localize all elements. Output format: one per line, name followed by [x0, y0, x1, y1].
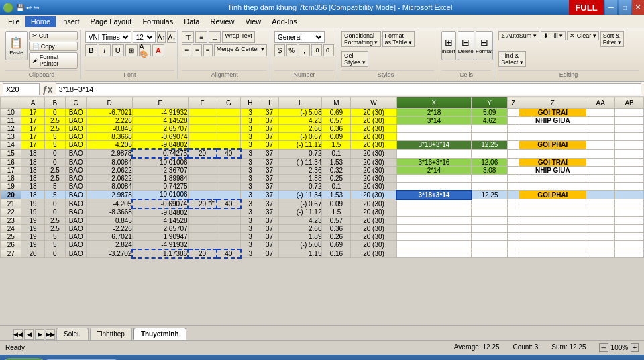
title-bar-text: Tinh thep dam khung 7tcm356 [Compatibili…	[39, 3, 641, 11]
sheet-tab-soleu[interactable]: Soleu	[56, 328, 89, 340]
fill-color-button[interactable]: A🎨	[139, 44, 151, 56]
col-header-I[interactable]: I	[260, 97, 279, 109]
col-header-M[interactable]: M	[322, 97, 351, 109]
delete-cells-button[interactable]: ⊟Delete	[458, 31, 474, 60]
col-header-B[interactable]: B	[44, 97, 65, 109]
decrease-font-button[interactable]: A↓	[167, 31, 176, 43]
status-ready: Ready	[5, 344, 25, 351]
fill-button[interactable]: ⬇ Fill ▾	[541, 31, 566, 40]
find-select-button[interactable]: Find &Select ▾	[498, 51, 526, 67]
menu-insert[interactable]: Insert	[56, 16, 85, 27]
quick-access[interactable]: 💾 ↩ ↪	[16, 4, 39, 11]
sheet-nav-right[interactable]: ▶▶	[46, 329, 55, 340]
autosum-button[interactable]: Σ AutoSum ▾	[498, 31, 539, 40]
conditional-formatting-button[interactable]: ConditionalFormatting ▾	[341, 31, 381, 47]
font-color-button[interactable]: A	[152, 44, 164, 56]
sheet-tab-thuyetminh[interactable]: Thuyetminh	[133, 328, 186, 340]
font-name-select[interactable]: VNI-Times	[85, 31, 131, 43]
spreadsheet-area: A B C D E F G H I L M W X Y Z Z AA	[0, 97, 644, 325]
app-icon: 🟢	[3, 3, 13, 13]
cell-reference-box[interactable]	[3, 83, 40, 95]
col-header-L[interactable]: L	[279, 97, 322, 109]
copy-button[interactable]: 📄Copy	[29, 42, 78, 51]
title-bar-left: 🟢 💾 ↩ ↪	[3, 3, 39, 13]
cut-button[interactable]: ✂Cut	[29, 31, 78, 40]
menu-pagelayout[interactable]: Page Layout	[85, 16, 138, 27]
align-bottom-button[interactable]: ⊥	[209, 31, 221, 43]
cell-styles-button[interactable]: CellStyles ▾	[341, 51, 368, 67]
status-count: Count: 3	[513, 343, 539, 352]
col-header-rownum	[1, 97, 21, 109]
table-row: 20 18 5 BAO 2.9878 -10.01006 3 37 (-) 11…	[1, 191, 644, 199]
decrease-decimal-button[interactable]: 0.	[323, 44, 334, 56]
col-header-D[interactable]: D	[87, 97, 133, 109]
taskbar: ⊞ Start 📊 Tinh thep dam... 🌐 🔊 Desktop 4…	[0, 355, 644, 360]
align-middle-button[interactable]: ≡	[195, 31, 207, 43]
border-button[interactable]: ⊞	[125, 44, 138, 56]
formula-bar-separator: ƒx	[42, 84, 53, 95]
italic-button[interactable]: I	[99, 44, 111, 56]
menu-formulas[interactable]: Formulas	[137, 16, 178, 27]
menu-addins[interactable]: Add-Ins	[266, 16, 303, 27]
col-header-H[interactable]: H	[241, 97, 260, 109]
sheet-nav-next[interactable]: ▶	[35, 329, 44, 340]
col-header-Y[interactable]: Y	[472, 97, 508, 109]
ribbon-group-editing: Σ AutoSum ▾ ⬇ Fill ▾ ✕ Clear ▾ Sort &Fil…	[496, 30, 641, 79]
table-row: 18 18 2.5 BAO -2.0622 1.89984 3 37 1.88 …	[1, 175, 644, 183]
format-cells-button[interactable]: ⊟Format	[476, 31, 493, 60]
col-header-A[interactable]: A	[21, 97, 44, 109]
menu-data[interactable]: Data	[178, 16, 205, 27]
menu-review[interactable]: Review	[205, 16, 239, 27]
editing-label: Editing	[498, 70, 639, 78]
align-right-button[interactable]: ≡	[203, 44, 213, 56]
clear-button[interactable]: ✕ Clear ▾	[567, 31, 599, 40]
table-row: 11 17 2.5 BAO 2.226 4.14528 3 37 4.23 0.…	[1, 117, 644, 125]
comma-button[interactable]: ,	[299, 44, 309, 56]
wrap-text-button[interactable]: Wrap Text	[222, 31, 254, 43]
start-button[interactable]: ⊞ Start	[3, 358, 45, 361]
menu-file[interactable]: File	[3, 16, 25, 27]
table-row: 14 17 5 BAO 4.205 -9.84802 3 37 (-) 11.1…	[1, 141, 644, 150]
table-row: 24 19 2.5 BAO -2.226 2.65707 3 37 2.66 0…	[1, 224, 644, 232]
col-header-X[interactable]: X	[396, 97, 471, 109]
col-header-AB[interactable]: AB	[615, 97, 644, 109]
align-top-button[interactable]: ⊤	[182, 31, 194, 43]
merge-center-button[interactable]: Merge & Center ▾	[214, 44, 267, 56]
close-button[interactable]: ✕	[632, 0, 644, 15]
sheet-tab-tinhtthep[interactable]: Tinhtthep	[90, 328, 132, 340]
sheet-nav-left[interactable]: ◀◀	[13, 329, 23, 340]
align-left-button[interactable]: ≡	[182, 44, 191, 56]
col-header-W[interactable]: W	[351, 97, 397, 109]
sheet-nav-prev[interactable]: ◀	[24, 329, 34, 340]
full-logo: FULL	[569, 0, 604, 15]
col-header-G[interactable]: G	[217, 97, 241, 109]
ribbon-group-font: VNI-Times 12 A↑ A↓ B I U ⊞ A🎨 A Font	[83, 30, 178, 79]
format-painter-button[interactable]: 🖌Format Painter	[29, 52, 78, 69]
currency-button[interactable]: $	[274, 44, 285, 56]
ribbon-group-clipboard: 📋 Paste ✂Cut 📄Copy 🖌Format Painter Clipb…	[3, 30, 81, 79]
menu-view[interactable]: View	[240, 16, 267, 27]
table-row: 22 19 0 BAO -8.3668 -9.84802 3 37 (-) 11…	[1, 208, 644, 217]
formula-input[interactable]	[56, 83, 641, 95]
insert-cells-button[interactable]: ⊞Insert	[441, 31, 456, 60]
percent-button[interactable]: %	[286, 44, 297, 56]
sort-filter-button[interactable]: Sort &Filter ▾	[600, 31, 625, 47]
font-size-select[interactable]: 12	[133, 31, 156, 43]
maximize-button[interactable]: □	[619, 0, 631, 15]
underline-button[interactable]: U	[112, 44, 124, 56]
col-header-F[interactable]: F	[188, 97, 217, 109]
align-center-button[interactable]: ≡	[193, 44, 202, 56]
minimize-button[interactable]: ─	[605, 0, 617, 15]
number-format-select[interactable]: General	[274, 31, 325, 43]
col-header-C[interactable]: C	[66, 97, 87, 109]
col-header-Z[interactable]: Z	[508, 97, 519, 109]
increase-decimal-button[interactable]: .0	[311, 44, 322, 56]
col-header-E[interactable]: E	[132, 97, 188, 109]
bold-button[interactable]: B	[85, 44, 97, 56]
paste-button[interactable]: 📋 Paste	[5, 31, 28, 60]
menu-home[interactable]: Home	[25, 16, 56, 27]
increase-font-button[interactable]: A↑	[157, 31, 166, 43]
format-as-table-button[interactable]: Formatas Table ▾	[382, 31, 415, 47]
col-header-AA[interactable]: AA	[586, 97, 615, 109]
col-header-ZZ[interactable]: Z	[519, 97, 586, 109]
